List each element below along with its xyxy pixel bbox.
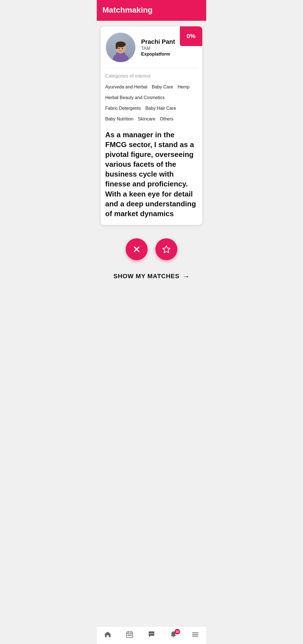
svg-point-16 [150,633,151,634]
action-buttons [97,230,206,267]
category-tag-babynut: Baby Nutrition [105,115,134,123]
svg-rect-15 [130,635,132,636]
svg-rect-13 [128,635,129,636]
avatar [105,32,136,63]
notifications-badge: 10 [175,629,180,634]
svg-rect-14 [129,635,130,636]
svg-rect-4 [116,44,118,49]
show-matches-label: SHOW MY MATCHES [113,273,179,280]
nav-menu[interactable] [191,631,199,638]
categories-grid: Ayurveda and Herbal Baby Care Hemp Herba… [105,83,198,123]
header: Matchmaking [97,0,206,21]
profile-info: Prachi Pant TAM Expoplatform [141,38,175,57]
svg-point-18 [153,633,153,634]
header-title: Matchmaking [102,6,153,14]
profile-company: Expoplatform [141,52,175,57]
profile-card: Prachi Pant TAM Expoplatform 0% Categori… [101,26,202,225]
category-tag-ayurveda: Ayurveda and Herbal [105,83,147,91]
show-matches-button[interactable]: SHOW MY MATCHES → [97,267,206,286]
category-tag-hemp: Hemp [178,83,190,91]
description-section: As a manager in the FMCG sector, I stand… [101,127,202,225]
nav-home[interactable] [104,631,112,638]
profile-section: Prachi Pant TAM Expoplatform 0% [101,26,202,68]
profile-role: TAM [141,46,175,51]
category-tag-babyhair: Baby Hair Care [145,104,176,113]
categories-label: Categories of interest [105,73,198,79]
category-tag-skincare: Skincare [138,115,155,123]
star-button[interactable] [155,238,177,260]
category-tag-others: Others [160,115,173,123]
bottom-nav: 10 [97,626,206,644]
categories-section: Categories of interest Ayurveda and Herb… [101,68,202,127]
svg-point-5 [118,48,120,49]
svg-point-6 [122,48,123,49]
nav-chat[interactable] [148,631,155,638]
category-tag-babycare: Baby Care [152,83,173,91]
category-tag-fabric: Fabric Detergents [105,104,141,113]
nav-notifications[interactable]: 10 [169,631,177,638]
category-tag-herbal: Herbal Beauty and Cosmetics [105,93,165,102]
description-text: As a manager in the FMCG sector, I stand… [105,130,198,219]
profile-name: Prachi Pant [141,38,175,45]
dismiss-button[interactable] [126,238,148,260]
show-matches-arrow-icon: → [182,272,190,281]
svg-point-17 [151,633,152,634]
nav-calendar[interactable] [126,631,134,638]
match-badge: 0% [180,26,202,46]
